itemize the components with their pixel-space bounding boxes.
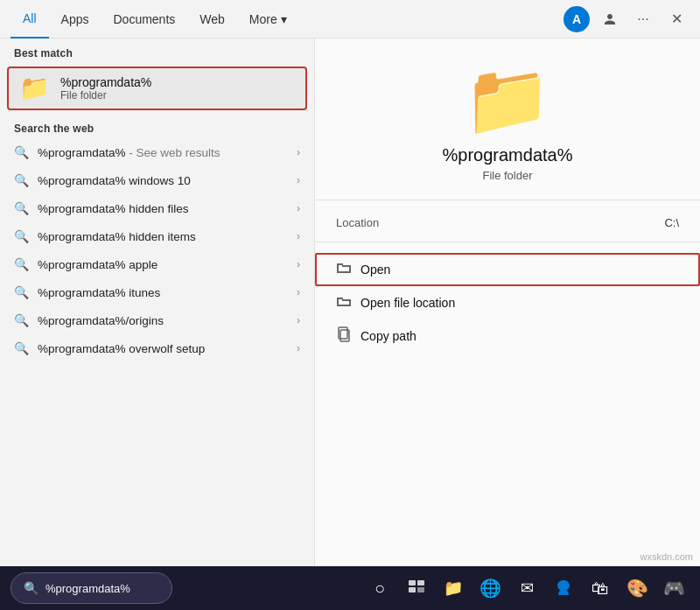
svg-rect-15 bbox=[417, 587, 424, 592]
web-result-item[interactable]: 🔍 %programdata% hidden items › bbox=[0, 222, 314, 250]
best-match-info: %programdata% File folder bbox=[60, 75, 151, 102]
web-result-item[interactable]: 🔍 %programdata% itunes › bbox=[0, 278, 314, 306]
chevron-right-icon: › bbox=[297, 146, 300, 158]
open-file-location-label: Open file location bbox=[360, 296, 455, 310]
tab-web-label: Web bbox=[200, 12, 225, 26]
search-icon: 🔍 bbox=[14, 173, 29, 187]
web-result-item[interactable]: 🔍 %programdata% hidden files › bbox=[0, 194, 314, 222]
open-action[interactable]: Open bbox=[315, 253, 700, 286]
taskbar-search-box[interactable]: 🔍 bbox=[10, 572, 172, 604]
search-icon: 🔍 bbox=[14, 341, 29, 355]
more-label: More bbox=[249, 12, 277, 26]
taskbar-file-explorer[interactable]: 📁 bbox=[438, 572, 469, 604]
web-result-text: %programdata% itunes bbox=[38, 286, 160, 299]
location-value: C:\ bbox=[664, 216, 679, 229]
svg-rect-4 bbox=[342, 265, 351, 267]
best-match-sub: File folder bbox=[60, 89, 151, 102]
web-result-text: %programdata% apple bbox=[38, 258, 158, 271]
web-result-text: %programdata% overwolf setup bbox=[38, 342, 205, 355]
web-result-item[interactable]: 🔍 %programdata% apple › bbox=[0, 250, 314, 278]
close-icon: ✕ bbox=[671, 11, 682, 27]
best-match-item[interactable]: 📁 %programdata% File folder bbox=[7, 67, 307, 110]
right-location: Location C:\ bbox=[315, 211, 700, 235]
search-icon: 🔍 bbox=[14, 201, 29, 215]
copy-path-label: Copy path bbox=[360, 329, 416, 343]
svg-rect-6 bbox=[337, 298, 339, 305]
tab-documents[interactable]: Documents bbox=[101, 0, 187, 39]
search-icon: 🔍 bbox=[14, 229, 29, 243]
web-result-item[interactable]: 🔍 %programdata%/origins › bbox=[0, 306, 314, 334]
web-result-item[interactable]: 🔍 %programdata% overwolf setup › bbox=[0, 334, 314, 362]
web-results-list: 🔍 %programdata% - See web results › 🔍 %p… bbox=[0, 138, 314, 362]
web-result-left: 🔍 %programdata% itunes bbox=[14, 285, 160, 299]
web-result-text: %programdata%/origins bbox=[38, 314, 164, 327]
chevron-right-icon: › bbox=[297, 202, 300, 214]
web-result-left: 🔍 %programdata% - See web results bbox=[14, 145, 220, 159]
ellipsis-button[interactable]: ··· bbox=[630, 6, 656, 32]
open-icon bbox=[336, 260, 352, 279]
web-result-item[interactable]: 🔍 %programdata% - See web results › bbox=[0, 138, 314, 166]
taskbar-search-input[interactable] bbox=[46, 582, 159, 595]
search-icon: 🔍 bbox=[14, 257, 29, 271]
open-file-location-action[interactable]: Open file location bbox=[315, 286, 700, 319]
right-title: %programdata% bbox=[443, 145, 573, 165]
web-result-item[interactable]: 🔍 %programdata% windows 10 › bbox=[0, 166, 314, 194]
best-match-title: %programdata% bbox=[60, 75, 151, 89]
avatar-letter: A bbox=[572, 12, 581, 26]
persona-icon bbox=[602, 11, 618, 27]
taskbar-browser1[interactable]: 🌐 bbox=[474, 572, 506, 604]
location-label: Location bbox=[336, 216, 379, 229]
taskbar-edge[interactable] bbox=[548, 572, 579, 604]
svg-rect-12 bbox=[409, 580, 416, 585]
taskbar-task-view[interactable] bbox=[401, 572, 432, 604]
web-result-left: 🔍 %programdata% windows 10 bbox=[14, 173, 191, 187]
taskbar-game[interactable]: 🎮 bbox=[658, 572, 690, 604]
search-icon: 🔍 bbox=[14, 313, 29, 327]
close-button[interactable]: ✕ bbox=[663, 6, 690, 32]
chevron-right-icon: › bbox=[297, 314, 300, 326]
copy-path-action[interactable]: Copy path bbox=[315, 319, 700, 353]
taskbar-mail[interactable]: ✉ bbox=[511, 572, 542, 604]
right-divider bbox=[315, 200, 700, 200]
web-result-text: %programdata% - See web results bbox=[38, 146, 220, 159]
chevron-right-icon: › bbox=[297, 258, 300, 270]
web-result-left: 🔍 %programdata% apple bbox=[14, 257, 158, 271]
web-result-text: %programdata% windows 10 bbox=[38, 174, 191, 187]
taskbar-paint[interactable]: 🎨 bbox=[621, 572, 653, 604]
right-divider-2 bbox=[315, 242, 700, 242]
tab-web[interactable]: Web bbox=[187, 0, 237, 39]
avatar[interactable]: A bbox=[564, 6, 590, 32]
top-nav: All Apps Documents Web More ▾ A ··· ✕ bbox=[0, 0, 700, 39]
best-match-label: Best match bbox=[0, 39, 314, 63]
svg-rect-7 bbox=[337, 305, 351, 306]
chevron-down-icon: ▾ bbox=[281, 12, 287, 26]
taskbar-store[interactable]: 🛍 bbox=[584, 572, 616, 604]
more-menu-button[interactable]: More ▾ bbox=[237, 0, 299, 39]
web-result-suffix: - See web results bbox=[126, 146, 220, 159]
svg-rect-13 bbox=[417, 580, 424, 585]
copy-path-icon bbox=[336, 326, 352, 346]
tab-apps[interactable]: Apps bbox=[49, 0, 102, 39]
right-folder-icon: 📁 bbox=[464, 65, 551, 135]
taskbar-cortana[interactable]: ○ bbox=[364, 572, 396, 604]
tab-documents-label: Documents bbox=[113, 12, 175, 26]
web-result-left: 🔍 %programdata% overwolf setup bbox=[14, 341, 205, 355]
right-subtitle: File folder bbox=[482, 169, 532, 182]
taskbar: 🔍 ○ 📁 🌐 ✉ 🛍 🎨 🎮 bbox=[0, 566, 700, 610]
watermark: wxskdn.com bbox=[640, 551, 693, 562]
tab-apps-label: Apps bbox=[61, 12, 89, 26]
web-result-text: %programdata% hidden items bbox=[38, 230, 196, 243]
tab-all[interactable]: All bbox=[10, 0, 49, 39]
web-result-text: %programdata% hidden files bbox=[38, 202, 189, 215]
ellipsis-icon: ··· bbox=[637, 11, 648, 27]
persona-icon-button[interactable] bbox=[597, 6, 623, 32]
tab-all-label: All bbox=[23, 11, 37, 25]
chevron-right-icon: › bbox=[297, 342, 300, 354]
chevron-right-icon: › bbox=[297, 230, 300, 242]
web-result-left: 🔍 %programdata% hidden items bbox=[14, 229, 196, 243]
right-panel: 📁 %programdata% File folder Location C:\… bbox=[315, 39, 700, 566]
search-icon: 🔍 bbox=[14, 285, 29, 299]
nav-actions: A ··· ✕ bbox=[564, 6, 690, 32]
web-result-left: 🔍 %programdata% hidden files bbox=[14, 201, 189, 215]
open-label: Open bbox=[360, 263, 390, 277]
